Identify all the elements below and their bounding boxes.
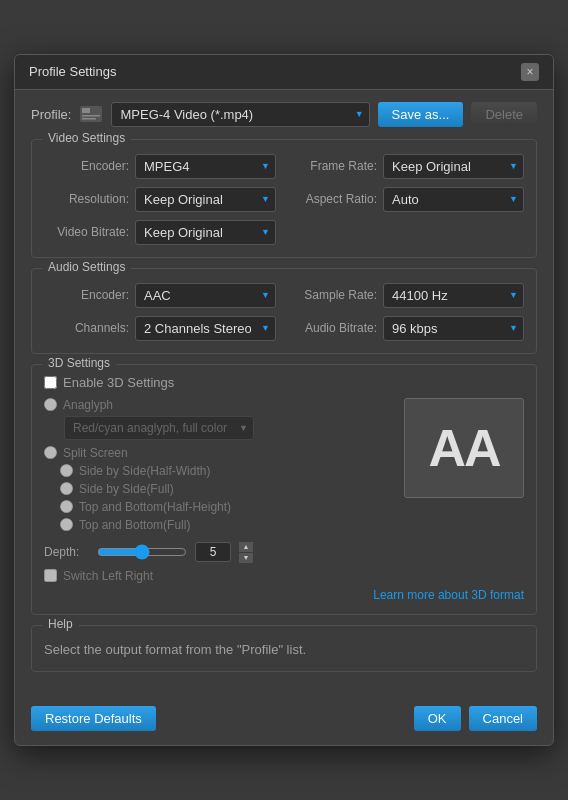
audio-encoder-label: Encoder: [44, 288, 129, 302]
cancel-button[interactable]: Cancel [469, 706, 537, 731]
resolution-row: Resolution: Keep Original [44, 187, 276, 212]
top-half-label: Top and Bottom(Half-Height) [79, 500, 231, 514]
svg-rect-3 [82, 118, 96, 120]
sample-rate-row: Sample Rate: 44100 Hz [292, 283, 524, 308]
svg-rect-1 [82, 108, 90, 113]
side-full-label: Side by Side(Full) [79, 482, 174, 496]
ok-button[interactable]: OK [414, 706, 461, 731]
three-d-settings-section: 3D Settings Enable 3D Settings Anaglyph [31, 364, 537, 615]
switch-left-right-row: Switch Left Right [44, 569, 524, 583]
profile-settings-dialog: Profile Settings × Profile: MPEG-4 Video… [14, 54, 554, 747]
channels-select-wrapper[interactable]: 2 Channels Stereo [135, 316, 276, 341]
restore-defaults-button[interactable]: Restore Defaults [31, 706, 156, 731]
depth-spinner: ▲ ▼ [239, 542, 253, 563]
audio-bitrate-select[interactable]: 96 kbps [383, 316, 524, 341]
audio-encoder-row: Encoder: AAC [44, 283, 276, 308]
sample-rate-select[interactable]: 44100 Hz [383, 283, 524, 308]
frame-rate-select[interactable]: Keep Original [383, 154, 524, 179]
frame-rate-row: Frame Rate: Keep Original [292, 154, 524, 179]
switch-left-right-checkbox[interactable] [44, 569, 57, 582]
learn-more-link[interactable]: Learn more about 3D format [373, 588, 524, 602]
dialog-content: Profile: MPEG-4 Video (*.mp4) Save as...… [15, 90, 553, 697]
profile-icon [79, 105, 103, 123]
close-button[interactable]: × [521, 63, 539, 81]
anaglyph-label: Anaglyph [63, 398, 113, 412]
depth-down-button[interactable]: ▼ [239, 553, 253, 563]
profile-select[interactable]: MPEG-4 Video (*.mp4) [111, 102, 369, 127]
audio-bitrate-label: Audio Bitrate: [292, 321, 377, 335]
depth-input[interactable] [195, 542, 231, 562]
aspect-ratio-select[interactable]: Auto [383, 187, 524, 212]
three-d-title: 3D Settings [42, 356, 116, 370]
audio-encoder-select[interactable]: AAC [135, 283, 276, 308]
profile-label: Profile: [31, 107, 71, 122]
enable-3d-row: Enable 3D Settings [44, 375, 524, 390]
delete-button[interactable]: Delete [471, 102, 537, 127]
profile-row: Profile: MPEG-4 Video (*.mp4) Save as...… [31, 102, 537, 127]
enable-3d-label: Enable 3D Settings [63, 375, 174, 390]
channels-row: Channels: 2 Channels Stereo [44, 316, 276, 341]
audio-bitrate-row: Audio Bitrate: 96 kbps [292, 316, 524, 341]
audio-bitrate-select-wrapper[interactable]: 96 kbps [383, 316, 524, 341]
resolution-select[interactable]: Keep Original [135, 187, 276, 212]
side-half-radio[interactable] [60, 464, 73, 477]
help-section: Help Select the output format from the "… [31, 625, 537, 673]
preview-text: AA [428, 418, 499, 478]
audio-settings-title: Audio Settings [42, 260, 131, 274]
dialog-title: Profile Settings [29, 64, 116, 79]
depth-slider[interactable] [97, 544, 187, 560]
audio-encoder-select-wrapper[interactable]: AAC [135, 283, 276, 308]
side-half-label: Side by Side(Half-Width) [79, 464, 210, 478]
channels-select[interactable]: 2 Channels Stereo [135, 316, 276, 341]
video-bitrate-select-wrapper[interactable]: Keep Original [135, 220, 276, 245]
save-as-button[interactable]: Save as... [378, 102, 464, 127]
anaglyph-radio[interactable] [44, 398, 57, 411]
split-screen-row: Split Screen [44, 446, 392, 460]
video-bitrate-select[interactable]: Keep Original [135, 220, 276, 245]
switch-left-right-label: Switch Left Right [63, 569, 153, 583]
top-full-row: Top and Bottom(Full) [60, 518, 392, 532]
channels-label: Channels: [44, 321, 129, 335]
audio-settings-grid: Encoder: AAC Sample Rate: 44100 Hz [44, 283, 524, 341]
help-title: Help [42, 617, 79, 631]
depth-up-button[interactable]: ▲ [239, 542, 253, 552]
encoder-row: Encoder: MPEG4 [44, 154, 276, 179]
three-d-body: Anaglyph Red/cyan anaglyph, full color S… [44, 398, 524, 536]
video-bitrate-row: Video Bitrate: Keep Original [44, 220, 276, 245]
sample-rate-label: Sample Rate: [292, 288, 377, 302]
video-settings-grid: Encoder: MPEG4 Frame Rate: Keep Original [44, 154, 524, 245]
title-bar: Profile Settings × [15, 55, 553, 90]
side-full-radio[interactable] [60, 482, 73, 495]
anaglyph-select[interactable]: Red/cyan anaglyph, full color [64, 416, 254, 440]
video-settings-section: Video Settings Encoder: MPEG4 Frame Rate… [31, 139, 537, 258]
profile-select-wrapper[interactable]: MPEG-4 Video (*.mp4) [111, 102, 369, 127]
audio-settings-section: Audio Settings Encoder: AAC Sample Rate: [31, 268, 537, 354]
sample-rate-select-wrapper[interactable]: 44100 Hz [383, 283, 524, 308]
learn-more-row: Learn more about 3D format [44, 587, 524, 602]
side-full-row: Side by Side(Full) [60, 482, 392, 496]
resolution-label: Resolution: [44, 192, 129, 206]
top-half-row: Top and Bottom(Half-Height) [60, 500, 392, 514]
aspect-ratio-row: Aspect Ratio: Auto [292, 187, 524, 212]
enable-3d-checkbox[interactable] [44, 376, 57, 389]
video-bitrate-label: Video Bitrate: [44, 225, 129, 239]
split-screen-radio[interactable] [44, 446, 57, 459]
top-full-radio[interactable] [60, 518, 73, 531]
aspect-ratio-select-wrapper[interactable]: Auto [383, 187, 524, 212]
bottom-right-buttons: OK Cancel [414, 706, 537, 731]
frame-rate-select-wrapper[interactable]: Keep Original [383, 154, 524, 179]
encoder-label: Encoder: [44, 159, 129, 173]
top-full-label: Top and Bottom(Full) [79, 518, 190, 532]
anaglyph-row: Anaglyph [44, 398, 392, 412]
anaglyph-select-wrapper[interactable]: Red/cyan anaglyph, full color [64, 416, 254, 440]
svg-rect-2 [82, 115, 100, 117]
encoder-select[interactable]: MPEG4 [135, 154, 276, 179]
split-screen-label: Split Screen [63, 446, 128, 460]
three-d-preview: AA [404, 398, 524, 498]
side-half-row: Side by Side(Half-Width) [60, 464, 392, 478]
top-half-radio[interactable] [60, 500, 73, 513]
resolution-select-wrapper[interactable]: Keep Original [135, 187, 276, 212]
encoder-select-wrapper[interactable]: MPEG4 [135, 154, 276, 179]
frame-rate-label: Frame Rate: [292, 159, 377, 173]
depth-row: Depth: ▲ ▼ [44, 542, 524, 563]
